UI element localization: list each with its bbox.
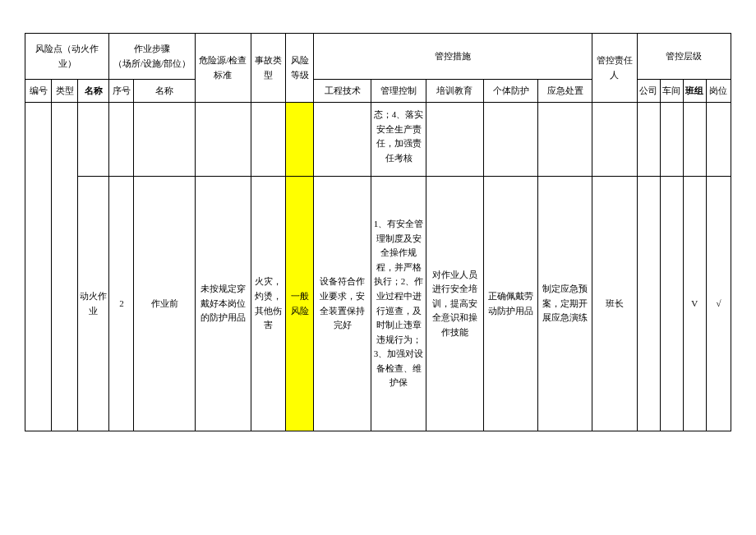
- cell-step-no: [109, 103, 134, 177]
- cell-manage-ctrl: 1、有安全管理制度及安全操作规程，并严格执行；2、作业过程中进行巡查，及时制止违…: [371, 177, 426, 431]
- cell-name: 动火作业: [78, 177, 109, 431]
- hdr-training: 培训教育: [426, 80, 483, 103]
- cell-hazard: [195, 103, 251, 177]
- cell-post: [706, 103, 731, 177]
- cell-name: [78, 103, 109, 177]
- cell-responsible: 班长: [592, 177, 637, 431]
- hdr-manage-ctrl: 管理控制: [371, 80, 426, 103]
- hdr-step-no: 序号: [109, 80, 134, 103]
- cell-workshop: [660, 177, 683, 431]
- hdr-operation-steps: 作业步骤 （场所/设施/部位）: [109, 34, 195, 80]
- cell-step-name: 作业前: [134, 177, 195, 431]
- cell-hazard: 未按规定穿戴好本岗位的防护用品: [195, 177, 251, 431]
- header-row-1: 风险点（动火作业） 作业步骤 （场所/设施/部位） 危险源/检查标准 事故类型 …: [25, 34, 731, 80]
- hdr-control-level: 管控层级: [637, 34, 731, 80]
- cell-responsible: [592, 103, 637, 177]
- hdr-eng-tech: 工程技术: [314, 80, 371, 103]
- hdr-type: 类型: [52, 80, 78, 103]
- cell-eng-tech: [314, 103, 371, 177]
- cell-accident: 火灾，灼烫，其他伤害: [251, 177, 285, 431]
- cell-team: V: [683, 177, 706, 431]
- cell-company: [637, 177, 660, 431]
- table-row-partial: 态；4、落实安全生产责任，加强责任考核: [25, 103, 731, 177]
- hdr-team: 班组: [683, 80, 706, 103]
- cell-workshop: [660, 103, 683, 177]
- hdr-step-name: 名称: [134, 80, 195, 103]
- cell-emergency: [538, 103, 592, 177]
- cell-no: [25, 103, 52, 431]
- table-row-main: 动火作业 2 作业前 未按规定穿戴好本岗位的防护用品 火灾，灼烫，其他伤害 一般…: [25, 177, 731, 431]
- cell-emergency: 制定应急预案，定期开展应急演练: [538, 177, 592, 431]
- hdr-emergency: 应急处置: [538, 80, 592, 103]
- cell-company: [637, 103, 660, 177]
- hdr-risk-level: 风险等级: [286, 34, 314, 103]
- hdr-workshop: 车间: [660, 80, 683, 103]
- hdr-control-measures: 管控措施: [314, 34, 592, 80]
- cell-training: [426, 103, 483, 177]
- cell-ppe: [483, 103, 537, 177]
- hdr-name: 名称: [78, 80, 109, 103]
- hdr-risk-point: 风险点（动火作业）: [25, 34, 109, 80]
- cell-team: [683, 103, 706, 177]
- hdr-accident-type: 事故类型: [251, 34, 285, 103]
- cell-risk-level: [286, 103, 314, 177]
- cell-training: 对作业人员进行安全培训，提高安全意识和操作技能: [426, 177, 483, 431]
- cell-eng-tech: 设备符合作业要求，安全装置保持完好: [314, 177, 371, 431]
- risk-assessment-table: 风险点（动火作业） 作业步骤 （场所/设施/部位） 危险源/检查标准 事故类型 …: [25, 33, 731, 431]
- cell-accident: [251, 103, 285, 177]
- cell-step-name: [134, 103, 195, 177]
- hdr-ppe: 个体防护: [483, 80, 537, 103]
- cell-post: √: [706, 177, 731, 431]
- cell-manage-ctrl: 态；4、落实安全生产责任，加强责任考核: [371, 103, 426, 177]
- cell-risk-level: 一般风险: [286, 177, 314, 431]
- hdr-responsible: 管控责任人: [592, 34, 637, 103]
- hdr-post: 岗位: [706, 80, 731, 103]
- cell-ppe: 正确佩戴劳动防护用品: [483, 177, 537, 431]
- cell-step-no: 2: [109, 177, 134, 431]
- hdr-company: 公司: [637, 80, 660, 103]
- hdr-no: 编号: [25, 80, 52, 103]
- cell-type: [52, 103, 78, 431]
- hdr-hazard-source: 危险源/检查标准: [195, 34, 251, 103]
